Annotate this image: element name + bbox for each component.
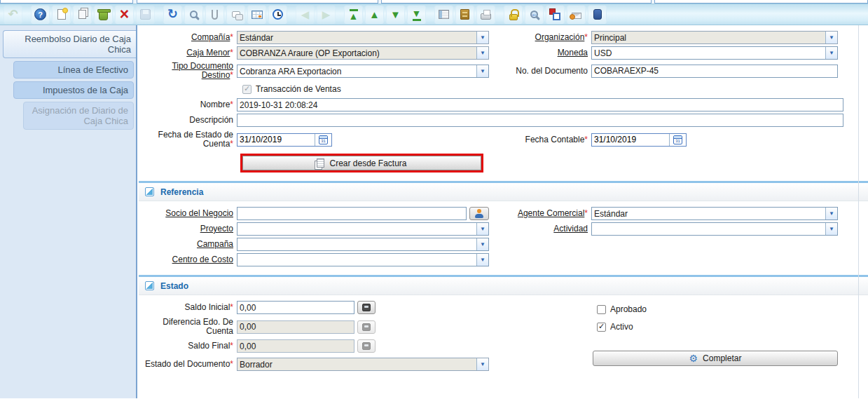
report-icon[interactable]: [434, 6, 453, 24]
activo-checkbox[interactable]: [597, 323, 606, 332]
print-icon[interactable]: [476, 6, 495, 24]
last-record-icon[interactable]: [407, 6, 426, 24]
find-icon[interactable]: [184, 6, 203, 24]
crear-desde-factura-highlight: Crear desde Factura: [240, 154, 483, 173]
chevron-down-icon: ▼: [476, 358, 488, 370]
centro-costo-label[interactable]: Centro de Costo: [139, 255, 237, 264]
campana-select[interactable]: ▼: [237, 238, 489, 251]
saldo-inicial-input[interactable]: [237, 301, 354, 314]
first-record-icon[interactable]: [344, 6, 363, 24]
caja-menor-select[interactable]: COBRANZA Araure (OP Exportacion)▼: [237, 46, 489, 60]
tipo-doc-select[interactable]: Cobranza ARA Exportacion▼: [237, 65, 489, 78]
product-info-icon[interactable]: [588, 6, 607, 24]
nombre-input[interactable]: [237, 98, 843, 111]
campana-label[interactable]: Campaña: [139, 240, 237, 249]
actividad-select[interactable]: ▼: [591, 222, 838, 236]
proyecto-select[interactable]: ▼: [237, 222, 489, 236]
fecha-contable-input[interactable]: [592, 134, 669, 146]
no-doc-label: No. del Documento: [489, 67, 591, 76]
sidebar-tab-impuestos[interactable]: Impuestos de la Caja: [13, 81, 134, 99]
crear-desde-factura-button[interactable]: Crear desde Factura: [242, 156, 481, 170]
refresh-icon[interactable]: [163, 6, 182, 24]
fecha-contable-label: Fecha Contable*: [489, 135, 591, 144]
fecha-edo-calendar-button[interactable]: [315, 134, 331, 146]
estado-doc-label: Estado del Documento*: [139, 360, 237, 369]
delete-record-icon[interactable]: [94, 6, 113, 24]
tipo-doc-label[interactable]: Tipo Documento Destino*: [139, 62, 237, 80]
compania-select[interactable]: Estándar▼: [237, 31, 489, 44]
chevron-down-icon: ▼: [825, 208, 837, 219]
sidebar-tab-reembolso[interactable]: Reembolso Diario de Caja Chica: [3, 30, 136, 58]
fecha-contable-field: [591, 133, 687, 147]
sidebar-tab-linea-efectivo[interactable]: Línea de Efectivo: [13, 61, 134, 79]
tab-sidebar: Reembolso Diario de Caja Chica Línea de …: [0, 25, 137, 398]
socio-input[interactable]: [237, 207, 467, 220]
diferencia-calculator-button: [357, 320, 376, 334]
workflow-icon[interactable]: [546, 6, 565, 24]
history-icon[interactable]: [268, 6, 287, 24]
previous-record-icon[interactable]: [365, 6, 384, 24]
new-record-icon[interactable]: [52, 6, 71, 24]
centro-costo-select[interactable]: ▼: [237, 253, 489, 266]
business-partner-icon: [475, 209, 483, 218]
transaccion-ventas-checkbox: [242, 85, 252, 94]
socio-search-button[interactable]: [469, 207, 489, 220]
saldo-inicial-calculator-button[interactable]: [357, 301, 376, 314]
calendar-icon: [673, 135, 682, 144]
transaccion-ventas-label: Transacción de Ventas: [256, 84, 341, 94]
descripcion-label: Descripción: [139, 116, 237, 125]
organizacion-select[interactable]: Principal▼: [591, 31, 838, 44]
chevron-down-icon: ▼: [825, 47, 837, 59]
aprobado-label: Aprobado: [610, 304, 647, 314]
calendar-icon: [319, 135, 328, 144]
agente-select[interactable]: Estándar▼: [591, 207, 838, 220]
calculator-icon: [362, 323, 371, 331]
actividad-label[interactable]: Actividad: [489, 224, 591, 234]
descripcion-input[interactable]: [237, 114, 843, 127]
activo-label: Activo: [610, 322, 633, 332]
estado-section-header[interactable]: Estado: [139, 277, 868, 295]
help-icon[interactable]: [31, 6, 50, 24]
undo-icon[interactable]: [4, 6, 22, 24]
saldo-inicial-label: Saldo Inicial*: [139, 303, 237, 312]
caja-menor-label[interactable]: Caja Menor*: [139, 48, 237, 58]
aprobado-checkbox[interactable]: [597, 305, 606, 314]
chevron-down-icon: ▼: [476, 47, 488, 59]
agente-label[interactable]: Agente Comercial*: [489, 209, 591, 218]
organizacion-label[interactable]: Organización*: [489, 33, 591, 42]
save-icon[interactable]: [136, 6, 155, 24]
collapse-icon: [145, 187, 154, 196]
parent-record-icon[interactable]: [296, 6, 315, 24]
gear-icon: [689, 353, 698, 364]
attachment-icon[interactable]: [205, 6, 224, 24]
saldo-final-calculator-button: [357, 339, 376, 353]
next-record-icon[interactable]: [386, 6, 405, 24]
zoom-across-icon[interactable]: [525, 6, 544, 24]
chat-icon[interactable]: [226, 6, 245, 24]
calculator-icon: [362, 304, 371, 311]
saldo-final-label: Saldo Final*: [139, 341, 237, 351]
fecha-contable-calendar-button[interactable]: [669, 134, 686, 146]
moneda-label[interactable]: Moneda: [489, 48, 591, 58]
detail-record-icon[interactable]: [317, 6, 336, 24]
copy-document-icon: [317, 158, 324, 168]
proyecto-label[interactable]: Proyecto: [139, 224, 237, 234]
no-doc-input[interactable]: [591, 65, 838, 78]
compania-label[interactable]: Compañía*: [139, 33, 237, 42]
lock-icon[interactable]: [504, 6, 523, 24]
delete-selection-icon[interactable]: [115, 6, 134, 24]
fecha-edo-field: [237, 133, 332, 147]
toolbar: [0, 4, 868, 25]
grid-toggle-icon[interactable]: [247, 6, 266, 24]
completar-button[interactable]: Completar: [593, 351, 838, 366]
sidebar-tab-asignacion: Asignación de Diario de Caja Chica: [23, 102, 134, 130]
socio-label[interactable]: Socio del Negocio: [139, 209, 237, 218]
copy-record-icon[interactable]: [73, 6, 92, 24]
request-icon[interactable]: [567, 6, 586, 24]
estado-doc-select[interactable]: Borrador▼: [237, 358, 489, 371]
moneda-select[interactable]: USD▼: [591, 46, 838, 60]
fecha-edo-input[interactable]: [237, 134, 315, 146]
referencia-section-header[interactable]: Referencia: [139, 183, 868, 201]
chevron-down-icon: ▼: [476, 238, 488, 250]
archive-icon[interactable]: [455, 6, 474, 24]
